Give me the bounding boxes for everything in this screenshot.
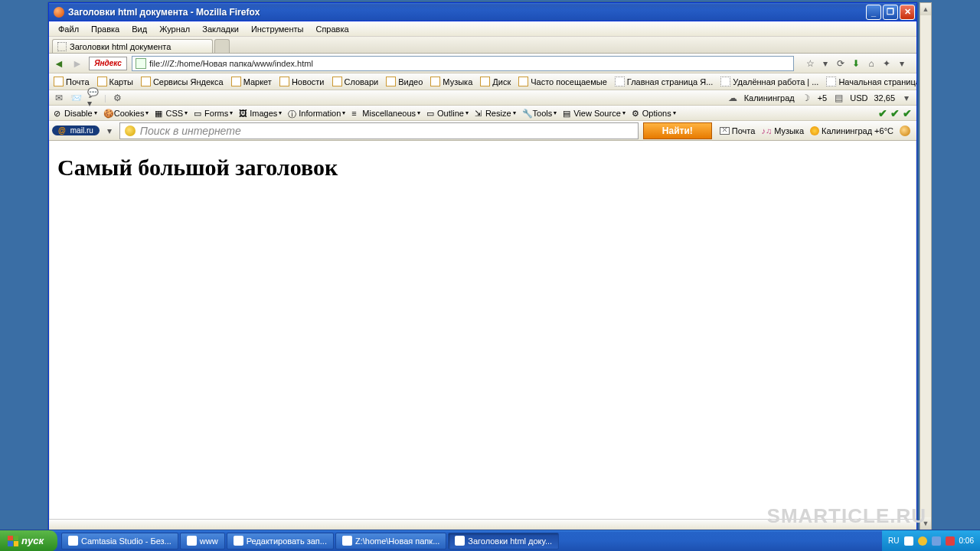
devtool-forms[interactable]: ▭Forms▾ [194,109,233,118]
nav-toolbar: ◄ ► Яндекс file:///Z:/home/Новая папка/w… [49,54,916,73]
taskbar: пуск Camtasia Studio - Без...wwwРедактир… [0,530,980,551]
check-icon[interactable]: ✔ [903,107,912,119]
home-icon[interactable]: ⌂ [866,58,877,69]
weather-link[interactable]: Калининград +6°C [810,126,893,135]
menu-edit[interactable]: Правка [87,24,124,34]
browser-tab[interactable]: Заголовки html документа [52,39,213,53]
browser-window: Заголовки html документа - Mozilla Firef… [48,2,917,530]
bookmark-item[interactable]: Начальная страница [826,77,916,86]
bookmark-item[interactable]: Часто посещаемые [518,77,607,86]
tray-icon[interactable] [918,536,927,546]
weather-city[interactable]: Калининград [744,93,795,103]
menu-view[interactable]: Вид [127,24,152,34]
bookmark-item[interactable]: Почта [54,77,90,86]
menu-bookmarks[interactable]: Закладки [198,24,243,34]
mail-link[interactable]: Почта [720,126,756,135]
back-button[interactable]: ◄ [52,57,66,70]
bookmark-item[interactable]: Сервисы Яндекса [141,77,224,86]
chevron-down-icon[interactable]: ▾ [104,126,115,136]
bookmark-icon [518,77,528,86]
lang-indicator[interactable]: RU [888,536,899,545]
taskbar-button[interactable]: www [180,533,225,549]
addon-icon[interactable]: ✦ [881,58,892,69]
app-icon [455,536,465,546]
forward-button[interactable]: ► [70,57,84,70]
taskbar-button[interactable]: Редактировать зап... [227,533,334,549]
music-icon: ♪♫ [761,126,772,135]
bookmark-item[interactable]: Маркет [231,77,272,86]
sun-icon [810,126,819,135]
music-link[interactable]: ♪♫Музыка [761,126,804,135]
devtool-options[interactable]: ⚙Options▾ [632,109,676,118]
scroll-track[interactable] [920,15,931,517]
mailru-badge[interactable]: @@mail.rumail.ru [52,126,100,135]
bookmark-item[interactable]: Диск [480,77,511,86]
devtool-miscellaneous[interactable]: ≡Miscellaneous▾ [351,109,420,118]
url-text: file:///Z:/home/Новая папка/www/index.ht… [149,59,313,68]
close-button[interactable]: ✕ [900,5,915,20]
gear-icon[interactable]: ⚙ [113,93,123,103]
minimize-button[interactable]: _ [866,5,881,20]
devtool-css[interactable]: ▦CSS▾ [155,109,188,118]
menu-icon[interactable]: ▾ [897,58,907,69]
scroll-up-icon[interactable]: ▲ [920,3,931,15]
menu-file[interactable]: Файл [54,24,83,34]
url-field[interactable]: file:///Z:/home/Новая папка/www/index.ht… [132,56,794,71]
clock[interactable]: 0:06 [959,537,974,545]
maximize-button[interactable]: ❐ [883,5,898,20]
app-icon [342,536,352,546]
devtool-images[interactable]: 🖼Images▾ [239,109,282,118]
tool-icon: 🔧 [522,109,531,118]
mail-check-icon[interactable]: ✉ [54,93,64,103]
search-icon [125,126,136,136]
menu-tools[interactable]: Инструменты [247,24,309,34]
bookmark-item[interactable]: Удалённая работа | ... [720,77,818,86]
find-button[interactable]: Найти! [643,122,712,139]
tool-icon: ▦ [155,109,164,118]
menu-history[interactable]: Журнал [155,24,194,34]
settings-icon[interactable] [900,126,910,136]
tray-icon[interactable] [932,536,941,546]
util-toolbar: ✉ 📨 💬▾ | ⚙ ☁ Калининград ☽ +5 ▤ USD 32,6… [49,90,916,106]
reload-icon[interactable]: ⟳ [835,58,846,69]
system-tray[interactable]: RU 0:06 [882,530,980,552]
bookmark-item[interactable]: Главная страница Я... [615,77,714,86]
tray-icon[interactable] [946,536,955,546]
tray-icon[interactable] [904,536,913,546]
chevron-down-icon[interactable]: ▾ [901,93,912,103]
devtool-cookies[interactable]: 🍪Cookies▾ [103,109,149,118]
devtool-view source[interactable]: ▤View Source▾ [563,109,626,118]
taskbar-button[interactable]: Z:\home\Новая папк... [335,533,446,549]
tab-strip: Заголовки html документа [49,37,916,54]
devtool-outline[interactable]: ▭Outline▾ [426,109,469,118]
dropdown-icon[interactable]: ▾ [820,58,831,69]
new-tab-button[interactable] [214,39,230,53]
taskbar-button[interactable]: Заголовки html доку... [448,533,559,549]
bookmark-item[interactable]: Музыка [430,77,472,86]
chat-icon[interactable]: 💬▾ [87,93,98,103]
check-icon[interactable]: ✔ [878,107,887,119]
download-icon[interactable]: ⬇ [851,58,861,69]
bookmark-item[interactable]: Новости [279,77,325,86]
menu-help[interactable]: Справка [311,24,353,34]
devtool-tools[interactable]: 🔧Tools▾ [522,109,557,118]
compose-icon[interactable]: 📨 [70,93,81,103]
yandex-logo[interactable]: Яндекс [89,57,127,70]
check-icon[interactable]: ✔ [890,107,900,119]
taskbar-button[interactable]: Camtasia Studio - Без... [61,533,178,549]
devtool-disable[interactable]: ⊘Disable▾ [54,109,97,118]
bookmark-item[interactable]: Словари [332,77,379,86]
titlebar[interactable]: Заголовки html документа - Mozilla Firef… [49,3,916,21]
bookmark-item[interactable]: Видео [386,77,423,86]
page-h1: Самый большой заголовок [57,155,908,181]
bookmark-icon [826,77,836,86]
bookmark-star-icon[interactable]: ☆ [805,58,815,69]
search-input[interactable]: Поиск в интернете [119,122,639,139]
window-scrollbar[interactable]: ▲ ▼ [920,2,932,530]
bookmark-icon [141,77,151,86]
start-button[interactable]: пуск [0,530,57,552]
bookmark-item[interactable]: Карты [97,77,133,86]
tool-icon: ⚙ [632,109,641,118]
devtool-resize[interactable]: ⇲Resize▾ [475,109,516,118]
devtool-information[interactable]: ⓘInformation▾ [288,109,345,118]
